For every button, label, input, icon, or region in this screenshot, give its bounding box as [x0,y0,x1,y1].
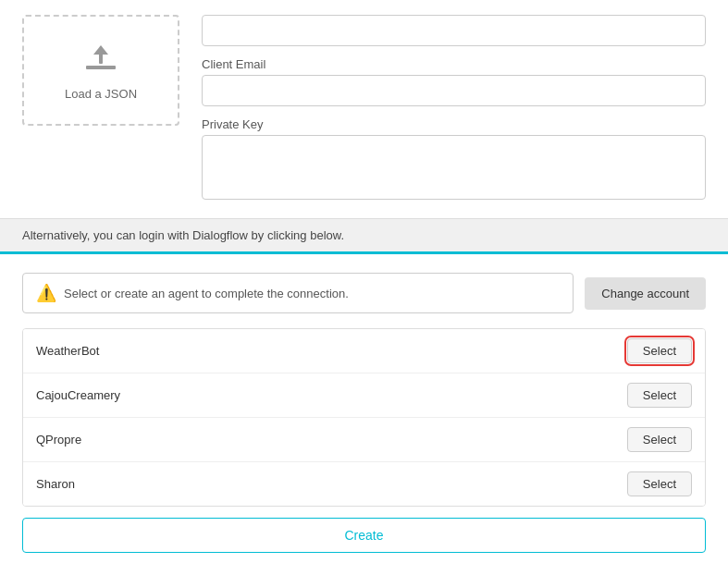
warning-text: Select or create an agent to complete th… [64,287,349,300]
private-key-input[interactable] [202,135,706,200]
agent-section: ⚠️ Select or create an agent to complete… [0,254,728,563]
client-email-input[interactable] [202,75,706,106]
select-button-sharon[interactable]: Select [627,471,692,496]
agent-list: WeatherBot Select CajouCreamery Select Q… [22,328,706,507]
create-button[interactable]: Create [22,518,706,553]
client-email-group: Client Email [202,57,706,106]
agent-name: CajouCreamery [36,388,120,402]
private-key-label: Private Key [202,117,706,131]
change-account-button[interactable]: Change account [585,277,706,310]
top-input-group [202,15,706,46]
main-container: Load a JSON Client Email Private Key Alt… [0,0,728,563]
form-section: Client Email Private Key [202,15,706,200]
select-button-qpropre[interactable]: Select [627,427,692,452]
warning-row: ⚠️ Select or create an agent to complete… [22,273,706,313]
select-button-weatherbot[interactable]: Select [627,338,692,363]
agent-row: CajouCreamery Select [23,373,705,418]
warning-icon: ⚠️ [36,283,56,303]
agent-row: QPropre Select [23,418,705,462]
agent-name: Sharon [36,477,75,491]
top-input[interactable] [202,15,706,46]
agent-row: Sharon Select [23,462,705,506]
agent-name: WeatherBot [36,344,99,358]
warning-box: ⚠️ Select or create an agent to complete… [22,273,574,313]
svg-marker-2 [93,45,108,55]
private-key-group: Private Key [202,117,706,200]
upload-icon [82,40,119,80]
agent-name: QPropre [36,433,81,447]
agent-row: WeatherBot Select [23,329,705,373]
upload-box[interactable]: Load a JSON [22,15,179,126]
alt-login-text: Alternatively, you can login with Dialog… [22,228,344,242]
client-email-label: Client Email [202,57,706,71]
svg-rect-0 [86,66,116,69]
upload-label: Load a JSON [65,87,137,101]
alt-login-bar: Alternatively, you can login with Dialog… [0,218,728,254]
select-button-cajoucreamery[interactable]: Select [627,383,692,408]
top-section: Load a JSON Client Email Private Key [0,0,728,218]
